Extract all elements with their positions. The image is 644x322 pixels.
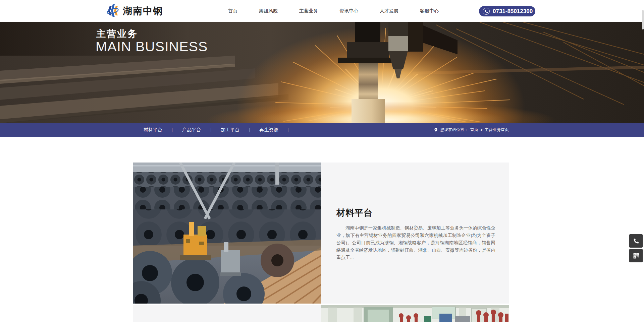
nav-item-talent[interactable]: 人才发展: [369, 8, 409, 14]
section-body-text: 湖南中钢是一家集机械制造、钢材贸易、废钢加工等业务为一体的综合性企业，旗下有主营…: [336, 224, 495, 261]
breadcrumb-separator: >: [480, 128, 483, 132]
company-logo[interactable]: 湖南中钢: [106, 3, 163, 19]
page: 湖南中钢 首页 集团风貌 主营业务 资讯中心 人才发展 客服中心 0731-85…: [0, 0, 644, 322]
header: 湖南中钢 首页 集团风貌 主营业务 资讯中心 人才发展 客服中心 0731-85…: [0, 0, 644, 22]
logo-mark-icon: [106, 3, 120, 19]
subnav-separator: |: [287, 128, 288, 132]
nav-item-service-center[interactable]: 客服中心: [409, 8, 449, 14]
section-title: 材料平台: [321, 163, 509, 219]
nav-item-group-profile[interactable]: 集团风貌: [248, 8, 288, 14]
breadcrumb-home-link[interactable]: 首页: [470, 127, 478, 133]
section-material-platform: 材料平台 湖南中钢是一家集机械制造、钢材贸易、废钢加工等业务为一体的综合性企业，…: [321, 163, 509, 304]
phone-icon: [633, 238, 639, 244]
hotline-number: 0731-85012300: [493, 8, 533, 15]
hotline-button[interactable]: 0731-85012300: [479, 6, 535, 16]
hero-title-en: MAIN BUSINESS: [96, 39, 208, 55]
subnav-item-recycling-resources[interactable]: 再生资源: [250, 127, 287, 133]
floating-phone-button[interactable]: [629, 234, 643, 248]
subnav-item-product-platform[interactable]: 产品平台: [173, 127, 210, 133]
nav-item-news-center[interactable]: 资讯中心: [329, 8, 369, 14]
nav-item-main-business[interactable]: 主营业务: [288, 8, 329, 14]
breadcrumb: 您现在的位置： 首页 > 主营业务首页: [434, 123, 509, 137]
floating-qr-button[interactable]: [629, 249, 643, 262]
phone-icon: [483, 8, 490, 15]
subnav-items: 材料平台 | 产品平台 | 加工平台 | 再生资源 |: [134, 123, 289, 137]
subnav-item-processing-platform[interactable]: 加工平台: [211, 127, 249, 133]
subnav-item-material-platform[interactable]: 材料平台: [134, 127, 172, 133]
workshop-photo: [321, 305, 509, 322]
main-navigation: 首页 集团风貌 主营业务 资讯中心 人才发展 客服中心: [217, 0, 449, 22]
hero-banner: 主营业务 MAIN BUSINESS: [0, 22, 644, 123]
breadcrumb-current: 主营业务首页: [485, 127, 509, 133]
logo-text: 湖南中钢: [123, 5, 163, 17]
sub-navigation-bar: 材料平台 | 产品平台 | 加工平台 | 再生资源 | 您现在的位置： 首页 >…: [0, 123, 644, 137]
steel-coils-warehouse-image: [133, 163, 321, 304]
section-product-platform-panel: [133, 305, 321, 322]
qr-code-icon: [633, 253, 639, 259]
breadcrumb-label: 您现在的位置：: [440, 127, 468, 133]
nav-item-home[interactable]: 首页: [217, 8, 248, 14]
steel-coils-photo: [133, 163, 321, 304]
scrollbar-thumb[interactable]: [642, 10, 644, 29]
machining-workshop-image: [321, 305, 509, 322]
location-pin-icon: [434, 127, 438, 132]
hero-title-cn: 主营业务: [96, 27, 138, 40]
